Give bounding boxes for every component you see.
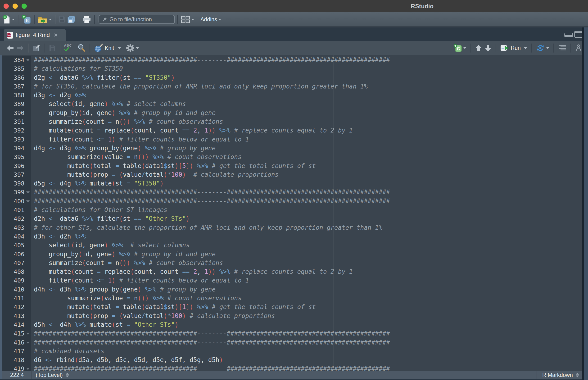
code-text[interactable]: filter(count <= 1) # filter counts below… <box>31 276 588 285</box>
minimize-window-button[interactable] <box>13 3 18 9</box>
code-text[interactable]: ########################################… <box>31 338 588 347</box>
code-text[interactable]: ########################################… <box>31 197 588 206</box>
code-text[interactable]: # combined datasets <box>31 347 588 356</box>
code-line[interactable]: 416#####################################… <box>0 338 588 347</box>
knit-dropdown-caret[interactable] <box>118 47 121 49</box>
fold-arrow-icon[interactable] <box>26 200 30 203</box>
close-window-button[interactable] <box>3 3 9 9</box>
code-line[interactable]: 387# for ST350, calculate the proportion… <box>0 82 588 91</box>
code-text[interactable]: mutate(total = table(data1$st)[5]) %>% #… <box>31 162 588 170</box>
code-line[interactable]: 384#####################################… <box>0 56 588 64</box>
code-line[interactable]: 388d3g <- d2g %>% <box>0 91 588 100</box>
code-line[interactable]: 407 summarize(count = n()) %>% # count o… <box>0 259 588 267</box>
code-text[interactable]: mutate(count = replace(count, count == 2… <box>31 126 588 135</box>
save-document-button[interactable] <box>48 44 56 52</box>
close-tab-icon[interactable] <box>54 33 58 37</box>
code-line[interactable]: 405 select(id, gene) %>% # select column… <box>0 241 588 250</box>
code-text[interactable]: ########################################… <box>31 56 588 64</box>
scope-selector[interactable]: (Top Level) <box>36 372 69 378</box>
minimize-pane-button[interactable] <box>564 33 573 38</box>
code-line[interactable]: 412 mutate(total = table(data1$st)[1]) %… <box>0 303 588 311</box>
code-line[interactable]: 415#####################################… <box>0 329 588 338</box>
save-button[interactable] <box>58 15 66 24</box>
dropdown-caret[interactable] <box>191 19 194 20</box>
document-outline-button[interactable] <box>557 44 567 52</box>
tab-figure-4-rmd[interactable]: Rmd figure_4.Rmd <box>4 29 66 41</box>
code-text[interactable]: d5h <- d4h %>% mutate(st = "Other STs") <box>31 320 588 329</box>
open-in-new-window-button[interactable] <box>32 44 41 52</box>
code-text[interactable]: group_by(id, gene) %>% # group by id and… <box>31 109 588 117</box>
rerun-button[interactable] <box>535 43 550 53</box>
code-text[interactable]: d4h <- d3h %>% group_by(gene) %>% # grou… <box>31 285 588 294</box>
file-type-selector[interactable]: R Markdown <box>537 371 585 379</box>
code-line[interactable]: 386d2g <- data6 %>% filter(st == "ST350"… <box>0 73 588 82</box>
run-button[interactable]: Run <box>499 43 528 53</box>
fold-arrow-icon[interactable] <box>26 191 30 193</box>
code-text[interactable]: ########################################… <box>31 329 588 338</box>
code-line[interactable]: 401# calculations for Other ST lineages <box>0 206 588 214</box>
code-line[interactable]: 409 filter(count <= 1) # filter counts b… <box>0 276 588 285</box>
code-text[interactable]: # for ST350, calculate the proportion of… <box>31 82 588 91</box>
code-line[interactable]: 400#####################################… <box>0 197 588 206</box>
code-text[interactable]: ########################################… <box>31 364 588 371</box>
document-settings-button[interactable] <box>125 43 140 53</box>
new-file-button[interactable] <box>2 14 16 25</box>
code-text[interactable]: ########################################… <box>31 188 588 197</box>
chunk-dropdown-caret[interactable] <box>463 47 466 49</box>
code-line[interactable]: 385# calculations for ST350 <box>0 64 588 73</box>
new-project-button[interactable]: R <box>21 14 32 25</box>
code-line[interactable]: 397 mutate(prop = (value/total)*100) # c… <box>0 170 588 179</box>
gear-dropdown-caret[interactable] <box>136 47 139 49</box>
pane-layout-button[interactable] <box>180 15 195 24</box>
code-line[interactable]: 391 summarize(count = n()) %>% # count o… <box>0 117 588 126</box>
code-text[interactable]: summarize(count = n()) %>% # count obser… <box>31 259 588 267</box>
code-line[interactable]: 389 select(id, gene) %>% # select column… <box>0 100 588 108</box>
code-text[interactable]: d2h <- data6 %>% filter(st == "Other STs… <box>31 214 588 223</box>
code-line[interactable]: 403# for other STs, calculate the propor… <box>0 223 588 232</box>
rerun-dropdown-caret[interactable] <box>546 47 549 49</box>
code-line[interactable]: 418d6 <- rbind(d5a, d5b, d5c, d5d, d5e, … <box>0 356 588 364</box>
goto-file-function-input[interactable]: Go to file/function <box>99 15 175 24</box>
code-line[interactable]: 396 mutate(total = table(data1$st)[5]) %… <box>0 162 588 170</box>
code-text[interactable]: # calculations for ST350 <box>31 64 588 73</box>
code-text[interactable]: d3h <- d2h %>% <box>31 232 588 241</box>
code-text[interactable]: filter(count <= 1) # filter counts below… <box>31 135 588 144</box>
code-line[interactable]: 410d4h <- d3h %>% group_by(gene) %>% # g… <box>0 285 588 294</box>
code-line[interactable]: 395 summarize(value = n()) %>% # count o… <box>0 152 588 161</box>
code-text[interactable]: select(id, gene) %>% # select columns <box>31 100 588 108</box>
code-text[interactable]: d4g <- d3g %>% group_by(gene) %>% # grou… <box>31 144 588 152</box>
fold-arrow-icon[interactable] <box>26 342 30 344</box>
dropdown-caret[interactable] <box>12 19 15 20</box>
code-text[interactable]: d6 <- rbind(d5a, d5b, d5c, d5d, d5e, d5f… <box>31 356 588 364</box>
code-text[interactable]: mutate(total = table(data1$st)[1]) %>% #… <box>31 303 588 311</box>
cursor-position[interactable]: 222:4 <box>2 371 32 379</box>
find-replace-button[interactable] <box>77 43 86 53</box>
code-text[interactable]: d2g <- data6 %>% filter(st == "ST350") <box>31 73 588 82</box>
code-line[interactable]: 413 mutate(prop = (value/total)*100) # c… <box>0 312 588 320</box>
code-text[interactable]: summarize(value = n()) %>% # count obser… <box>31 294 588 303</box>
save-all-button[interactable] <box>66 15 76 24</box>
previous-chunk-button[interactable] <box>474 43 483 53</box>
spellcheck-button[interactable]: ABC <box>63 43 76 53</box>
open-file-button[interactable] <box>37 15 53 24</box>
code-line[interactable]: 392 mutate(count = replace(count, count … <box>0 126 588 135</box>
code-text[interactable]: # for other STs, calculate the proportio… <box>31 223 588 232</box>
code-line[interactable]: 398d5g <- d4g %>% mutate(st = "ST350") <box>0 179 588 188</box>
code-line[interactable]: 390 group_by(id, gene) %>% # group by id… <box>0 109 588 117</box>
code-text[interactable]: mutate(prop = (value/total)*100) # calcu… <box>31 312 588 320</box>
code-line[interactable]: 419#####################################… <box>0 364 588 371</box>
knit-button[interactable]: Knit <box>93 43 122 54</box>
insert-chunk-button[interactable]: C <box>453 43 467 53</box>
code-text[interactable]: group_by(id, gene) %>% # group by id and… <box>31 250 588 259</box>
code-line[interactable]: 404d3h <- d2h %>% <box>0 232 588 241</box>
next-chunk-button[interactable] <box>484 43 492 53</box>
addins-button[interactable]: Addins <box>199 15 222 24</box>
code-text[interactable]: d3g <- d2g %>% <box>31 91 588 100</box>
code-text[interactable]: mutate(prop = (value/total)*100) # calcu… <box>31 170 588 179</box>
code-text[interactable]: # calculations for Other ST lineages <box>31 206 588 214</box>
code-text[interactable]: select(id, gene) %>% # select columns <box>31 241 588 250</box>
dropdown-caret[interactable] <box>49 19 52 20</box>
code-editor[interactable]: 384#####################################… <box>0 55 588 371</box>
fold-arrow-icon[interactable] <box>26 59 30 61</box>
run-dropdown-caret[interactable] <box>524 47 527 49</box>
